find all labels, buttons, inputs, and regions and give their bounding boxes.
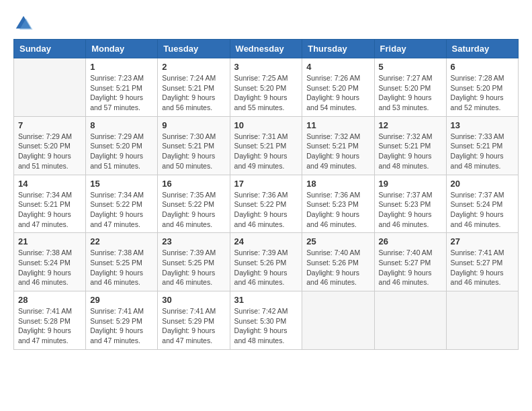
- day-number: 1: [90, 62, 153, 72]
- day-info: Sunrise: 7:38 AM Sunset: 5:24 PM Dayligh…: [18, 248, 81, 287]
- calendar-cell: 2Sunrise: 7:24 AM Sunset: 5:21 PM Daylig…: [158, 58, 230, 117]
- calendar-cell: 15Sunrise: 7:34 AM Sunset: 5:22 PM Dayli…: [86, 175, 158, 233]
- calendar-cell: 20Sunrise: 7:37 AM Sunset: 5:24 PM Dayli…: [446, 175, 518, 233]
- calendar-header: SundayMondayTuesdayWednesdayThursdayFrid…: [14, 40, 519, 58]
- day-number: 13: [451, 120, 514, 130]
- day-info: Sunrise: 7:23 AM Sunset: 5:21 PM Dayligh…: [90, 73, 153, 113]
- calendar-cell: 13Sunrise: 7:33 AM Sunset: 5:21 PM Dayli…: [446, 116, 518, 175]
- day-number: 15: [90, 179, 153, 189]
- day-number: 14: [18, 179, 81, 189]
- day-number: 3: [234, 62, 298, 72]
- calendar: SundayMondayTuesdayWednesdayThursdayFrid…: [13, 39, 519, 350]
- calendar-cell: 18Sunrise: 7:36 AM Sunset: 5:23 PM Dayli…: [302, 175, 374, 233]
- header-saturday: Saturday: [446, 40, 518, 58]
- week-row-4: 21Sunrise: 7:38 AM Sunset: 5:24 PM Dayli…: [14, 233, 519, 291]
- calendar-cell: 29Sunrise: 7:41 AM Sunset: 5:29 PM Dayli…: [86, 291, 158, 350]
- calendar-cell: 11Sunrise: 7:32 AM Sunset: 5:21 PM Dayli…: [302, 116, 374, 175]
- day-number: 5: [379, 62, 442, 72]
- calendar-cell: 31Sunrise: 7:42 AM Sunset: 5:30 PM Dayli…: [230, 291, 302, 350]
- calendar-cell: 17Sunrise: 7:36 AM Sunset: 5:22 PM Dayli…: [230, 175, 302, 233]
- calendar-cell: 28Sunrise: 7:41 AM Sunset: 5:28 PM Dayli…: [14, 291, 86, 350]
- calendar-cell: 5Sunrise: 7:27 AM Sunset: 5:20 PM Daylig…: [374, 58, 446, 117]
- calendar-cell: [446, 291, 518, 350]
- day-number: 17: [234, 179, 298, 189]
- day-info: Sunrise: 7:24 AM Sunset: 5:21 PM Dayligh…: [162, 73, 225, 113]
- calendar-cell: 27Sunrise: 7:41 AM Sunset: 5:27 PM Dayli…: [446, 233, 518, 291]
- calendar-cell: 3Sunrise: 7:25 AM Sunset: 5:20 PM Daylig…: [230, 58, 302, 117]
- week-row-3: 14Sunrise: 7:34 AM Sunset: 5:21 PM Dayli…: [14, 175, 519, 233]
- day-number: 31: [234, 295, 298, 305]
- header-thursday: Thursday: [302, 40, 374, 58]
- day-number: 10: [234, 120, 298, 130]
- day-number: 30: [162, 295, 225, 305]
- header-monday: Monday: [86, 40, 158, 58]
- calendar-cell: 6Sunrise: 7:28 AM Sunset: 5:20 PM Daylig…: [446, 58, 518, 117]
- calendar-cell: 23Sunrise: 7:39 AM Sunset: 5:25 PM Dayli…: [158, 233, 230, 291]
- calendar-cell: 19Sunrise: 7:37 AM Sunset: 5:23 PM Dayli…: [374, 175, 446, 233]
- day-info: Sunrise: 7:38 AM Sunset: 5:25 PM Dayligh…: [90, 248, 153, 287]
- day-info: Sunrise: 7:25 AM Sunset: 5:20 PM Dayligh…: [234, 73, 298, 113]
- calendar-cell: 26Sunrise: 7:40 AM Sunset: 5:27 PM Dayli…: [374, 233, 446, 291]
- day-number: 20: [451, 179, 514, 189]
- day-info: Sunrise: 7:36 AM Sunset: 5:22 PM Dayligh…: [234, 190, 298, 230]
- day-number: 18: [306, 179, 369, 189]
- day-number: 29: [90, 295, 153, 305]
- day-info: Sunrise: 7:32 AM Sunset: 5:21 PM Dayligh…: [379, 132, 442, 171]
- day-number: 28: [18, 295, 81, 305]
- day-info: Sunrise: 7:29 AM Sunset: 5:20 PM Dayligh…: [90, 132, 153, 171]
- day-info: Sunrise: 7:41 AM Sunset: 5:29 PM Dayligh…: [90, 306, 153, 346]
- day-number: 24: [234, 236, 298, 246]
- logo: [13, 13, 36, 34]
- day-info: Sunrise: 7:26 AM Sunset: 5:20 PM Dayligh…: [306, 73, 369, 113]
- header-tuesday: Tuesday: [158, 40, 230, 58]
- day-number: 4: [306, 62, 369, 72]
- week-row-1: 1Sunrise: 7:23 AM Sunset: 5:21 PM Daylig…: [14, 58, 519, 117]
- day-info: Sunrise: 7:33 AM Sunset: 5:21 PM Dayligh…: [451, 132, 514, 171]
- day-info: Sunrise: 7:36 AM Sunset: 5:23 PM Dayligh…: [306, 190, 369, 230]
- page-header: [13, 13, 519, 34]
- day-number: 19: [379, 179, 442, 189]
- day-info: Sunrise: 7:32 AM Sunset: 5:21 PM Dayligh…: [306, 132, 369, 171]
- day-number: 8: [90, 120, 153, 130]
- day-info: Sunrise: 7:40 AM Sunset: 5:27 PM Dayligh…: [379, 248, 442, 287]
- calendar-cell: 25Sunrise: 7:40 AM Sunset: 5:26 PM Dayli…: [302, 233, 374, 291]
- day-number: 11: [306, 120, 369, 130]
- calendar-cell: 1Sunrise: 7:23 AM Sunset: 5:21 PM Daylig…: [86, 58, 158, 117]
- calendar-cell: 7Sunrise: 7:29 AM Sunset: 5:20 PM Daylig…: [14, 116, 86, 175]
- day-number: 27: [451, 236, 514, 246]
- day-info: Sunrise: 7:41 AM Sunset: 5:27 PM Dayligh…: [451, 248, 514, 287]
- day-number: 21: [18, 236, 81, 246]
- day-number: 6: [451, 62, 514, 72]
- header-sunday: Sunday: [14, 40, 86, 58]
- day-number: 12: [379, 120, 442, 130]
- calendar-cell: 14Sunrise: 7:34 AM Sunset: 5:21 PM Dayli…: [14, 175, 86, 233]
- calendar-cell: [302, 291, 374, 350]
- calendar-cell: 24Sunrise: 7:39 AM Sunset: 5:26 PM Dayli…: [230, 233, 302, 291]
- day-number: 7: [18, 120, 81, 130]
- calendar-cell: 21Sunrise: 7:38 AM Sunset: 5:24 PM Dayli…: [14, 233, 86, 291]
- day-info: Sunrise: 7:34 AM Sunset: 5:22 PM Dayligh…: [90, 190, 153, 230]
- day-info: Sunrise: 7:37 AM Sunset: 5:24 PM Dayligh…: [451, 190, 514, 230]
- day-info: Sunrise: 7:30 AM Sunset: 5:21 PM Dayligh…: [162, 132, 225, 171]
- day-number: 2: [162, 62, 225, 72]
- day-number: 16: [162, 179, 225, 189]
- day-info: Sunrise: 7:42 AM Sunset: 5:30 PM Dayligh…: [234, 306, 298, 346]
- day-info: Sunrise: 7:39 AM Sunset: 5:26 PM Dayligh…: [234, 248, 298, 287]
- calendar-cell: 30Sunrise: 7:41 AM Sunset: 5:29 PM Dayli…: [158, 291, 230, 350]
- day-info: Sunrise: 7:39 AM Sunset: 5:25 PM Dayligh…: [162, 248, 225, 287]
- calendar-cell: 10Sunrise: 7:31 AM Sunset: 5:21 PM Dayli…: [230, 116, 302, 175]
- day-number: 25: [306, 236, 369, 246]
- day-info: Sunrise: 7:40 AM Sunset: 5:26 PM Dayligh…: [306, 248, 369, 287]
- day-number: 26: [379, 236, 442, 246]
- calendar-cell: 8Sunrise: 7:29 AM Sunset: 5:20 PM Daylig…: [86, 116, 158, 175]
- day-info: Sunrise: 7:29 AM Sunset: 5:20 PM Dayligh…: [18, 132, 81, 171]
- day-number: 22: [90, 236, 153, 246]
- day-number: 9: [162, 120, 225, 130]
- calendar-cell: 4Sunrise: 7:26 AM Sunset: 5:20 PM Daylig…: [302, 58, 374, 117]
- calendar-cell: 9Sunrise: 7:30 AM Sunset: 5:21 PM Daylig…: [158, 116, 230, 175]
- header-wednesday: Wednesday: [230, 40, 302, 58]
- day-info: Sunrise: 7:41 AM Sunset: 5:28 PM Dayligh…: [18, 306, 81, 346]
- day-number: 23: [162, 236, 225, 246]
- day-info: Sunrise: 7:41 AM Sunset: 5:29 PM Dayligh…: [162, 306, 225, 346]
- day-info: Sunrise: 7:31 AM Sunset: 5:21 PM Dayligh…: [234, 132, 298, 171]
